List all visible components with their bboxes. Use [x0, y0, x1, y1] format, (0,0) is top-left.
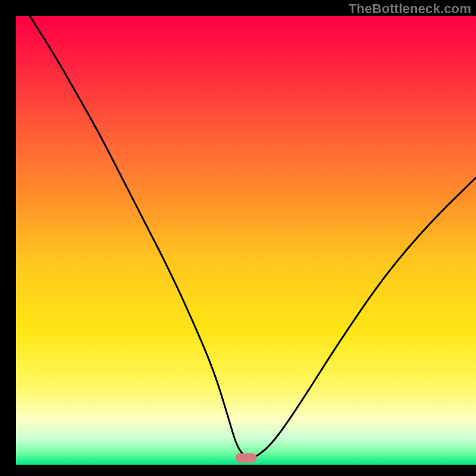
optimal-marker [236, 453, 257, 463]
attribution-text: TheBottleneck.com [349, 1, 471, 17]
bottleneck-chart [0, 0, 476, 476]
plot-area [16, 16, 476, 465]
